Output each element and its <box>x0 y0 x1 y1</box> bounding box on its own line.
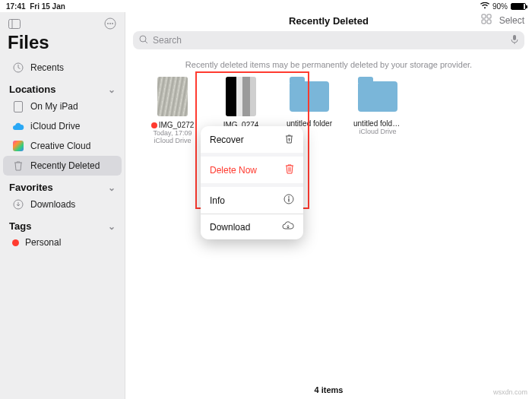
svg-point-4 <box>109 23 111 24</box>
status-date: Fri 15 Jan <box>30 2 65 11</box>
content-area: Recently Deleted Select Search Recently … <box>125 12 532 399</box>
svg-rect-0 <box>9 19 21 28</box>
cloud-download-icon <box>282 221 294 233</box>
tags-label: Tags <box>9 220 31 232</box>
svg-rect-10 <box>487 14 491 18</box>
file-thumbnail <box>157 77 188 116</box>
svg-rect-7 <box>14 101 23 112</box>
menu-item-info[interactable]: Info <box>201 187 303 214</box>
sidebar-item-creative-cloud[interactable]: Creative Cloud <box>3 136 122 156</box>
file-name: untitled folder 2 <box>353 119 402 128</box>
sidebar-item-label: iCloud Drive <box>30 121 80 131</box>
sidebar-item-icloud-drive[interactable]: iCloud Drive <box>3 116 122 136</box>
file-thumbnail <box>226 77 256 116</box>
recover-icon <box>284 133 294 146</box>
more-icon[interactable] <box>103 17 117 30</box>
menu-item-label: Info <box>210 195 225 206</box>
sidebar: Files Recents Locations ⌄ On My iPad iCl… <box>0 12 125 399</box>
trash-icon <box>285 163 294 176</box>
svg-rect-9 <box>482 14 486 18</box>
svg-rect-12 <box>487 20 491 24</box>
battery-icon <box>511 3 526 10</box>
sidebar-item-label: Downloads <box>30 199 75 210</box>
clock-icon <box>12 62 24 74</box>
status-bar: 17:41 Fri 15 Jan 90% <box>0 0 532 12</box>
favorites-label: Favorites <box>9 182 53 193</box>
favorites-header[interactable]: Favorites ⌄ <box>0 176 125 195</box>
page-title: Recently Deleted <box>289 15 369 27</box>
svg-rect-11 <box>482 20 486 24</box>
sidebar-item-recently-deleted[interactable]: Recently Deleted <box>3 156 122 176</box>
menu-item-label: Download <box>210 222 250 233</box>
menu-item-label: Delete Now <box>210 165 257 176</box>
sidebar-tag-personal[interactable]: Personal <box>3 233 122 252</box>
file-sub: iCloud Drive <box>148 137 197 144</box>
notice-text: Recently deleted items may be permanentl… <box>125 54 532 77</box>
grid-view-icon[interactable] <box>481 14 492 27</box>
file-name: IMG_0272 <box>159 121 195 129</box>
select-button[interactable]: Select <box>499 15 524 26</box>
file-item[interactable]: IMG_0274 <box>217 77 265 129</box>
sidebar-item-label: Recently Deleted <box>30 160 100 171</box>
icloud-icon <box>12 120 24 132</box>
status-dot-icon <box>151 122 157 128</box>
sidebar-item-downloads[interactable]: Downloads <box>3 195 122 214</box>
sidebar-item-label: Personal <box>25 237 61 248</box>
info-icon <box>283 194 294 207</box>
watermark: wsxdn.com <box>493 388 527 396</box>
footer-count: 4 items <box>125 385 532 394</box>
tag-color-dot <box>12 239 19 246</box>
file-sub: iCloud Drive <box>353 128 402 135</box>
menu-item-delete-now[interactable]: Delete Now <box>201 157 303 183</box>
search-placeholder: Search <box>153 35 182 46</box>
file-item[interactable]: untitled folder <box>285 77 334 128</box>
menu-item-download[interactable]: Download <box>201 214 303 239</box>
locations-header[interactable]: Locations ⌄ <box>0 78 125 97</box>
svg-rect-15 <box>513 35 516 40</box>
mic-icon[interactable] <box>511 34 518 47</box>
ipad-icon <box>12 100 24 112</box>
file-item[interactable]: IMG_0272 Today, 17:09 iCloud Drive <box>148 77 197 144</box>
sidebar-recents-label: Recents <box>30 62 64 73</box>
svg-point-5 <box>112 23 113 24</box>
battery-percent: 90% <box>492 2 508 11</box>
folder-icon <box>358 81 397 112</box>
app-title: Files <box>0 32 125 58</box>
locations-label: Locations <box>9 84 55 95</box>
svg-rect-18 <box>288 198 289 202</box>
chevron-down-icon: ⌄ <box>108 221 116 232</box>
menu-item-recover[interactable]: Recover <box>201 126 303 153</box>
file-grid: IMG_0272 Today, 17:09 iCloud Drive IMG_0… <box>125 77 532 144</box>
svg-point-13 <box>140 36 146 42</box>
sidebar-item-label: Creative Cloud <box>30 141 90 151</box>
sidebar-item-label: On My iPad <box>30 101 78 112</box>
downloads-icon <box>12 198 24 211</box>
file-item[interactable]: untitled folder 2 iCloud Drive <box>353 77 402 135</box>
svg-point-3 <box>107 23 109 24</box>
context-menu: Recover Delete Now Info Download <box>201 126 303 239</box>
search-input[interactable]: Search <box>133 31 524 49</box>
svg-point-17 <box>288 196 290 198</box>
chevron-down-icon: ⌄ <box>108 182 116 193</box>
creative-cloud-icon <box>12 140 24 152</box>
search-icon <box>139 35 148 46</box>
svg-line-14 <box>145 41 147 43</box>
trash-icon <box>12 160 24 172</box>
sidebar-item-on-my-ipad[interactable]: On My iPad <box>3 97 122 116</box>
menu-item-label: Recover <box>210 135 244 145</box>
tags-header[interactable]: Tags ⌄ <box>0 214 125 233</box>
wifi-icon <box>480 2 489 11</box>
topbar: Recently Deleted Select <box>125 12 532 28</box>
folder-icon <box>290 81 329 112</box>
status-time: 17:41 <box>6 2 26 11</box>
chevron-down-icon: ⌄ <box>108 84 116 95</box>
sidebar-recents[interactable]: Recents <box>3 58 122 78</box>
file-sub: Today, 17:09 <box>148 129 197 137</box>
sidebar-toggle-icon[interactable] <box>8 17 21 30</box>
